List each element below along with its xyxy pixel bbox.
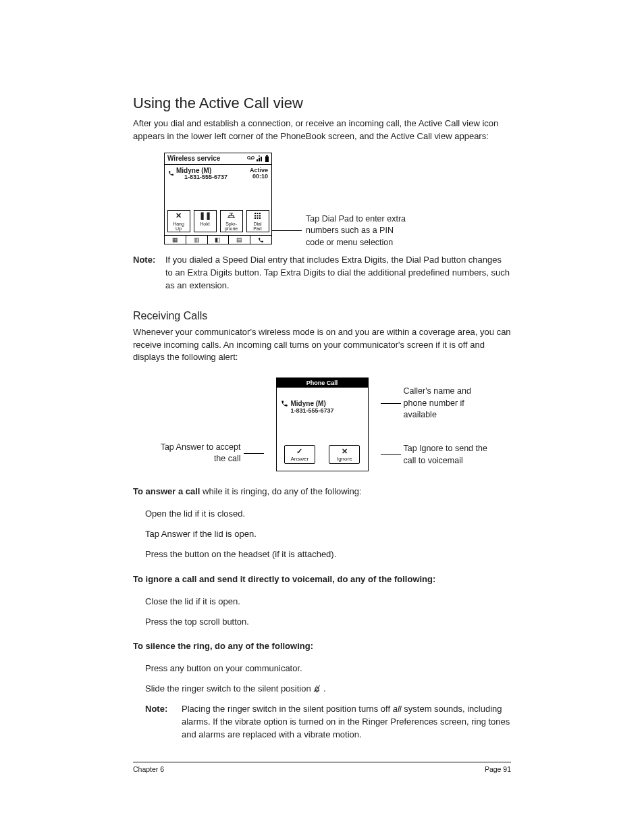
device-footer-icons: ▦ ▥ ◧ ▤ (165, 235, 271, 244)
incoming-title: Phone Call (277, 378, 368, 388)
receiving-intro: Whenever your communicator's wireless mo… (133, 326, 511, 365)
note-label: Note: (133, 254, 165, 292)
svg-rect-13 (257, 215, 259, 217)
silence-steps: Press any button on your communicator. S… (133, 662, 511, 741)
ignore-callout: Tap Ignore to send the call to voicemail (404, 443, 488, 467)
list-item: Slide the ringer switch to the silent po… (145, 683, 511, 695)
intro-paragraph: After you dial and establish a connectio… (133, 118, 511, 143)
svg-rect-5 (261, 157, 262, 161)
footer-page: Page 91 (485, 765, 511, 773)
ignore-steps: Close the lid if it is open. Press the t… (133, 596, 511, 628)
footer-icon-1: ▦ (165, 236, 186, 244)
svg-rect-9 (254, 213, 256, 214)
x-icon: ✕ (176, 212, 182, 220)
hang-up-button[interactable]: ✕ HangUp (167, 210, 190, 233)
phone-icon (168, 170, 174, 178)
svg-rect-11 (259, 213, 261, 214)
pause-icon: ❚❚ (199, 212, 211, 220)
x-icon: ✕ (342, 447, 348, 455)
list-item: Press any button on your communicator. (145, 662, 511, 675)
note-body: If you dialed a Speed Dial entry that in… (165, 254, 511, 292)
svg-rect-3 (257, 159, 258, 161)
svg-rect-15 (254, 217, 256, 219)
list-item: Close the lid if it is open. (145, 596, 511, 608)
svg-rect-16 (257, 217, 259, 219)
footer-icon-3: ◧ (208, 236, 230, 244)
answer-steps: Open the lid if it is closed. Tap Answer… (133, 508, 511, 561)
list-item: Press the button on the headset (if it i… (145, 548, 511, 561)
phone-icon (281, 400, 288, 414)
answer-callout: Tap Answer to accept the call (157, 442, 241, 465)
incoming-name: Midyne (M) (291, 400, 326, 407)
svg-rect-14 (259, 215, 261, 217)
figure-incoming-call: Tap Answer to accept the call Phone Call… (133, 373, 511, 475)
svg-point-1 (252, 157, 254, 159)
ignore-button[interactable]: ✕ Ignore (329, 445, 360, 464)
speaker-icon (227, 212, 235, 220)
heading-active-call: Using the Active Call view (133, 95, 511, 112)
battery-icon (265, 155, 269, 162)
service-label: Wireless service (167, 155, 220, 162)
incoming-mock: Phone Call Midyne (M) 1-831-555-6737 ✓ A… (276, 377, 369, 471)
svg-rect-17 (259, 217, 261, 219)
svg-rect-12 (254, 215, 256, 217)
svg-rect-4 (259, 158, 260, 161)
ignore-lead: To ignore a call and send it directly to… (133, 573, 511, 586)
silence-lead: To silence the ring, do any of the follo… (133, 640, 511, 653)
note-label: Note: (145, 703, 182, 741)
footer-icon-2: ▥ (186, 236, 208, 244)
dial-pad-button[interactable]: DialPad (246, 210, 269, 233)
call-timer: 00:10 (252, 173, 268, 180)
voicemail-icon (247, 155, 254, 161)
speakerphone-button[interactable]: Spkr-phone (220, 210, 243, 233)
silent-icon (313, 683, 323, 694)
hold-button[interactable]: ❚❚ Hold (194, 210, 217, 233)
footer-icon-5 (250, 236, 271, 244)
incoming-number: 1-831-555-6737 (291, 407, 334, 414)
svg-point-0 (248, 157, 250, 159)
footer-icon-4: ▤ (229, 236, 250, 244)
caller-info-callout: Caller's name and phone number if availa… (404, 386, 488, 421)
check-icon: ✓ (296, 447, 302, 455)
svg-rect-10 (257, 213, 259, 214)
answer-lead: To answer a call while it is ringing, do… (133, 486, 511, 498)
list-item: Tap Answer if the lid is open. (145, 528, 511, 540)
heading-receiving: Receiving Calls (133, 310, 511, 322)
svg-rect-8 (265, 156, 269, 162)
footer-chapter: Chapter 6 (133, 765, 164, 773)
svg-rect-7 (266, 155, 268, 157)
list-item: Press the top scroll button. (145, 616, 511, 628)
note-body: Placing the ringer switch in the silent … (182, 703, 511, 741)
answer-button[interactable]: ✓ Answer (284, 445, 315, 464)
list-item: Note: Placing the ringer switch in the s… (145, 703, 511, 741)
caller-number: 1-831-555-6737 (184, 174, 227, 180)
figure-active-call: Wireless service (164, 153, 511, 249)
dialpad-icon (254, 212, 261, 220)
signal-icon (257, 155, 263, 161)
dial-pad-callout: Tap Dial Pad to enter extra numbers such… (306, 213, 414, 249)
list-item: Open the lid if it is closed. (145, 508, 511, 520)
device-mock: Wireless service (164, 153, 272, 245)
